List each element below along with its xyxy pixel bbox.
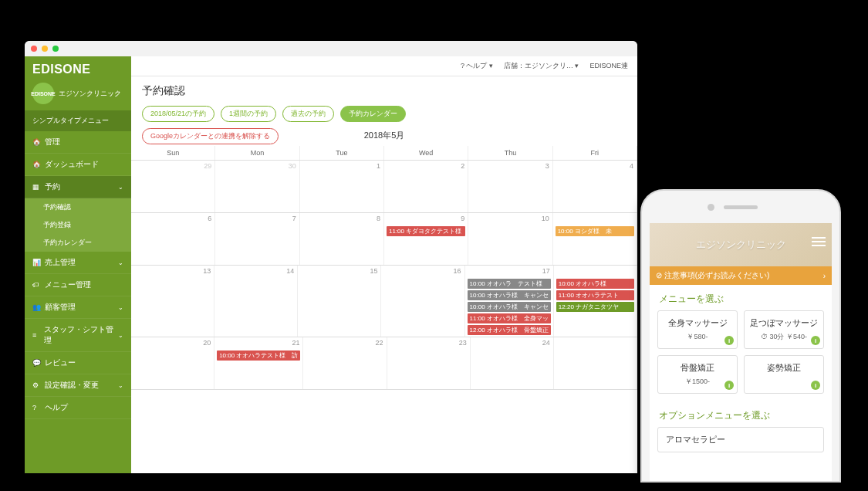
cell-date: 10 [542, 215, 549, 222]
calendar-cell[interactable] [554, 337, 637, 389]
filter-pill[interactable]: 過去の予約 [282, 106, 334, 122]
browser-window: EDISONE EDISONE エジソンクリニック シンプルタイプメニュー 🏠管… [25, 41, 637, 473]
calendar-cell[interactable]: 13 [131, 266, 214, 337]
info-icon[interactable]: i [724, 336, 734, 345]
phone-device: エジソンクリニック ⊘ 注意事項(必ずお読みください) › メニューを選ぶ 全身… [640, 189, 841, 483]
phone-hero-title: エジソンクリニック [696, 238, 786, 252]
calendar-cell[interactable]: 29 [131, 161, 215, 212]
menu-card[interactable]: 全身マッサージ￥580-i [657, 310, 738, 349]
calendar-cell[interactable]: 22 [303, 337, 387, 389]
calendar-cell[interactable]: 10:00 ヨシダ様 未 [553, 213, 637, 265]
menu-card[interactable]: 足つぼマッサージ⏱ 30分 ￥540-i [744, 310, 824, 349]
info-icon[interactable]: i [724, 381, 734, 390]
nav-sub-item[interactable]: 予約登録 [25, 216, 131, 234]
menu-card[interactable]: 姿勢矯正i [744, 355, 824, 394]
info-icon[interactable]: i [811, 336, 820, 345]
menu-name: 骨盤矯正 [663, 362, 732, 374]
store-selector[interactable]: 店舗：エジソンクリ… ▾ [504, 61, 579, 71]
nav-label: レビュー [45, 357, 76, 368]
calendar-event[interactable]: 10:00 オオハラ様 キャンセ [468, 302, 551, 312]
calendar-cell[interactable]: 2110:00 オオハラテスト様 訪 [214, 337, 303, 389]
nav-item[interactable]: 🏠ダッシュボード [25, 154, 131, 176]
calendar-event[interactable]: 10:00 オオハラ様 [556, 279, 634, 289]
unlink-google-pill[interactable]: Googleカレンダーとの連携を解除する [142, 128, 279, 144]
calendar-cell[interactable]: 7 [215, 213, 299, 265]
nav-item[interactable]: 🏷メニュー管理 [25, 274, 131, 296]
calendar-cell[interactable]: 911:00 キダヨタクテスト様 [384, 213, 468, 265]
calendar-event[interactable]: 12:00 オオハラ様 骨盤矯正 [468, 325, 551, 335]
nav-sub-item[interactable]: 予約カレンダー [25, 234, 131, 252]
chevron-down-icon: ⌄ [118, 259, 123, 266]
help-link[interactable]: ? ヘルプ ▾ [461, 61, 493, 71]
calendar-cell[interactable]: 16 [381, 266, 464, 337]
calendar-cell[interactable]: 3 [468, 161, 552, 212]
calendar-row: 131415161710:00 オオハラ テスト様10:00 オオハラ様 キャン… [131, 266, 637, 337]
menu-name: 全身マッサージ [663, 317, 732, 329]
calendar-cell[interactable]: 4 [553, 161, 637, 212]
calendar-event[interactable]: 12:20 ナガタニタツヤ [556, 302, 634, 312]
simple-type-menu[interactable]: シンプルタイプメニュー [25, 110, 131, 131]
calendar-event[interactable]: 10:00 オオハラテスト様 訪 [217, 350, 300, 361]
filter-pill[interactable]: 1週間の予約 [221, 106, 276, 122]
nav-item[interactable]: ⚙設定確認・変更⌄ [25, 374, 131, 397]
calendar-event[interactable]: 11:00 キダヨタクテスト様 [387, 226, 465, 236]
cell-date: 4 [630, 162, 633, 170]
calendar-row: 202110:00 オオハラテスト様 訪222324 [131, 337, 637, 390]
nav-item[interactable]: 👥顧客管理⌄ [25, 296, 131, 319]
calendar-cell[interactable]: 23 [387, 337, 471, 389]
filter-pill[interactable]: 予約カレンダー [340, 106, 406, 122]
nav-item[interactable]: 💬レビュー [25, 352, 131, 374]
menu-section-title: メニューを選ぶ [650, 285, 832, 310]
calendar-cell[interactable]: 1 [300, 161, 384, 212]
calendar-cell[interactable]: 20 [131, 337, 214, 389]
menu-name: 足つぼマッサージ [749, 317, 819, 329]
calendar-event[interactable]: 11:00 オオハラ様 全身マッ [468, 313, 551, 323]
calendar-cell[interactable]: 24 [471, 337, 554, 389]
calendar-cell[interactable]: 14 [214, 266, 298, 337]
nav-icon: 🏷 [32, 281, 40, 289]
nav-item[interactable]: ▦予約⌄ [25, 176, 131, 198]
logo: EDISONE [25, 56, 131, 80]
filter-pill[interactable]: 2018/05/21の予約 [142, 106, 214, 122]
cell-date: 30 [289, 162, 296, 170]
cell-date: 8 [377, 215, 380, 222]
nav-label: ダッシュボード [45, 159, 99, 170]
calendar-event[interactable]: 10:00 オオハラ様 キャンセ [468, 290, 551, 300]
window-max-dot[interactable] [52, 46, 59, 52]
nav-item[interactable]: 📊売上管理⌄ [25, 252, 131, 274]
option-card[interactable]: アロマセラピー [657, 427, 824, 452]
menu-card[interactable]: 骨盤矯正￥1500-i [657, 355, 738, 394]
edisone-link[interactable]: EDISONE連 [589, 61, 628, 71]
calendar-head: SunMonTueWedThuFri [131, 146, 637, 161]
calendar-cell[interactable]: 1710:00 オオハラ テスト様10:00 オオハラ様 キャンセ10:00 オ… [465, 266, 554, 337]
nav-item[interactable]: ?ヘルプ [25, 397, 131, 419]
clinic-row: EDISONE エジソンクリニック [25, 80, 131, 110]
window-min-dot[interactable] [42, 46, 48, 52]
calendar-cell[interactable]: 6 [131, 213, 215, 265]
calendar-cell[interactable]: 2 [384, 161, 468, 212]
calendar-event[interactable]: 11:00 オオハラテスト [556, 290, 634, 300]
calendar-cell[interactable]: 10:00 オオハラ様11:00 オオハラテスト12:20 ナガタニタツヤ [554, 266, 637, 337]
phone-hero: エジソンクリニック [650, 223, 832, 266]
info-icon[interactable]: i [811, 381, 820, 390]
calendar-body: 29301234678911:00 キダヨタクテスト様1010:00 ヨシダ様 … [131, 161, 637, 390]
calendar-cell[interactable]: 8 [300, 213, 384, 265]
calendar-cell[interactable]: 10 [468, 213, 552, 265]
nav-item[interactable]: 🏠管理 [25, 131, 131, 154]
cell-date: 24 [542, 339, 550, 347]
nav-icon: 👥 [32, 303, 40, 311]
nav-sub-item[interactable]: 予約確認 [25, 198, 131, 216]
nav-item[interactable]: ≡スタッフ・シフト管理⌄ [25, 319, 131, 352]
menu-grid: 全身マッサージ￥580-i足つぼマッサージ⏱ 30分 ￥540-i骨盤矯正￥15… [650, 310, 832, 401]
calendar-cell[interactable]: 15 [298, 266, 381, 337]
notice-bar[interactable]: ⊘ 注意事項(必ずお読みください) › [650, 266, 832, 285]
nav-icon: ≡ [32, 331, 39, 339]
clinic-name: エジソンクリニック [59, 90, 121, 98]
calendar-event[interactable]: 10:00 ヨシダ様 未 [556, 226, 634, 236]
menu-name: 姿勢矯正 [749, 362, 819, 374]
window-close-dot[interactable] [31, 46, 37, 52]
calendar-event[interactable]: 10:00 オオハラ テスト様 [468, 279, 551, 289]
hamburger-icon[interactable] [812, 237, 826, 246]
calendar-cell[interactable]: 30 [215, 161, 299, 212]
nav-icon: ▦ [32, 183, 40, 191]
